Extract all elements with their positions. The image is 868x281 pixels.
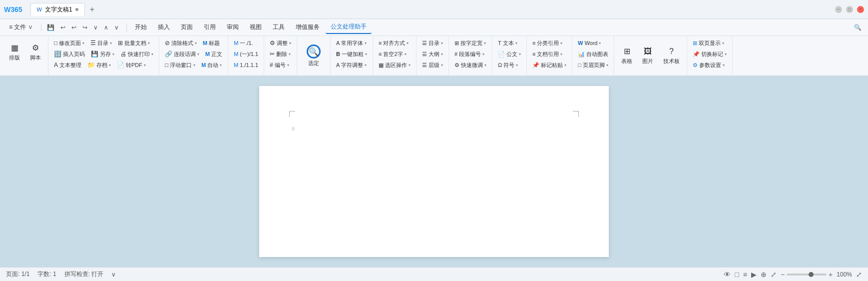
ribbon-btn-connect-adjust[interactable]: 🔗连段话调▾ — [162, 49, 202, 59]
spell-dropdown-icon[interactable]: ∨ — [111, 271, 116, 278]
ribbon-btn-to-pdf[interactable]: 📄转PDF▾ — [114, 60, 148, 70]
ribbon-btn-char-width[interactable]: ⊞按字定宽▾ — [452, 38, 488, 48]
undo2-quick-btn[interactable]: ↩ — [69, 22, 79, 32]
ribbon-btn-layout[interactable]: ▦ 排版 — [5, 38, 24, 66]
tab-reference[interactable]: 引用 — [199, 21, 221, 34]
ribbon-btn-auto[interactable]: M自动▾ — [199, 60, 224, 70]
list-view-icon[interactable]: ≡ — [743, 270, 747, 278]
ribbon-btn-body-text[interactable]: M正文 — [203, 49, 225, 59]
minimize-button[interactable]: − — [835, 6, 842, 13]
ribbon-btn-header-footer[interactable]: □页眉页脚▾ — [575, 60, 611, 70]
add-tab-button[interactable]: + — [87, 4, 97, 15]
auto-label: 自动 — [207, 62, 218, 69]
ribbon-btn-heading[interactable]: M标题 — [200, 38, 222, 48]
ribbon-btn-selection-ops[interactable]: ▦选区操作▾ — [376, 60, 413, 70]
save-quick-btn[interactable]: 💾 — [44, 22, 57, 32]
tab-view[interactable]: 视图 — [245, 21, 267, 34]
ribbon-btn-select[interactable]: 🔍 选定 — [301, 42, 326, 69]
ribbon-btn-char-adjust[interactable]: A字符调整▾ — [334, 60, 369, 70]
fullscreen-icon[interactable]: ⤢ — [771, 270, 777, 278]
ribbon-group-display: ⊞双页显示▾ 📌切换标记▾ ⚙参数设置▾ — [687, 36, 733, 76]
page-view-icon[interactable]: □ — [735, 270, 739, 278]
page-count: 页面: 1/1 — [6, 270, 29, 278]
tab-value-service[interactable]: 增值服务 — [291, 21, 325, 34]
more-quick-btn[interactable]: ∨ — [91, 22, 100, 32]
ribbon-btn-image[interactable]: 🖼 图片 — [638, 42, 657, 70]
ribbon-btn-tech-board[interactable]: ? 技术板 — [659, 42, 684, 70]
ribbon-btn-numbering-edit[interactable]: #编号▾ — [267, 60, 292, 70]
ribbon-btn-float-window[interactable]: □浮动窗口▾ — [162, 60, 198, 70]
ribbon-btn-text[interactable]: T文本▾ — [495, 38, 520, 48]
ribbon-btn-category-ref[interactable]: ≡分类引用▾ — [530, 38, 565, 48]
ribbon-btn-toc2[interactable]: ☰目录▾ — [420, 38, 445, 48]
align-row1: ≡对齐方式▾ — [376, 38, 413, 48]
chevron-up-quick-btn[interactable]: ∧ — [101, 22, 111, 32]
ribbon-group-table-img: ⊞ 表格 🖼 图片 ? 技术板 — [614, 36, 687, 76]
tab-start[interactable]: 开始 — [130, 21, 152, 34]
ribbon-btn-word[interactable]: WWord▾ — [575, 38, 603, 48]
ribbon-btn-mark-paste[interactable]: 📌标记粘贴▾ — [530, 60, 569, 70]
ribbon-btn-switch-mark[interactable]: 📌切换标记▾ — [690, 49, 729, 59]
ribbon-btn-symbol[interactable]: Ω符号▾ — [495, 60, 520, 70]
ribbon-btn-doc-ref[interactable]: ≡文档引用▾ — [530, 49, 565, 59]
undo-quick-btn[interactable]: ↩ — [58, 22, 68, 32]
expand-icon[interactable]: ⤢ — [856, 270, 862, 278]
chevron-down-quick-btn[interactable]: ∨ — [112, 22, 121, 32]
ribbon-btn-common-font[interactable]: A常用字体▾ — [334, 38, 369, 48]
ribbon-btn-num3[interactable]: M1./1.1.1 — [231, 60, 261, 70]
web-icon[interactable]: ⊕ — [761, 270, 767, 278]
ribbon-btn-delete[interactable]: ✂删除▾ — [267, 49, 293, 59]
ribbon-btn-para-num[interactable]: #段落编号▾ — [452, 49, 487, 59]
ribbon-btn-quick-fine-tune[interactable]: ⚙快速微调▾ — [452, 60, 489, 70]
char-width-label: 按字定宽 — [460, 40, 482, 47]
dropdown-arrow3: ▾ — [148, 41, 150, 46]
select-label: 选定 — [308, 60, 319, 67]
close-button[interactable]: × — [857, 6, 864, 13]
ribbon-btn-num1[interactable]: M一./1. — [231, 38, 255, 48]
spell-check[interactable]: 拼写检查: 打开 — [64, 270, 104, 278]
redo-quick-btn[interactable]: ↪ — [80, 22, 90, 32]
ribbon-btn-params[interactable]: ⚙参数设置▾ — [690, 60, 727, 70]
eye-icon[interactable]: 👁 — [724, 270, 731, 278]
ribbon-btn-text-organize[interactable]: A文本整理 — [51, 60, 84, 70]
tab-insert[interactable]: 插入 — [153, 21, 175, 34]
play-icon[interactable]: ▶ — [751, 270, 757, 278]
ribbon-btn-modify-page[interactable]: □修改页面▾ — [51, 38, 87, 48]
ribbon-btn-clear-format[interactable]: ⊘清除格式▾ — [162, 38, 199, 48]
ribbon-btn-batch-doc[interactable]: ⊞批量文档▾ — [115, 38, 152, 48]
archive-label: 存档 — [96, 62, 107, 69]
search-menu-btn[interactable]: 🔍 — [852, 22, 864, 32]
restore-button[interactable]: □ — [846, 6, 853, 13]
ribbon-btn-official-doc[interactable]: 📄公文▾ — [495, 49, 523, 59]
tab-tools[interactable]: 工具 — [268, 21, 290, 34]
tab-review[interactable]: 审阅 — [222, 21, 244, 34]
ribbon-btn-script[interactable]: ⚙ 脚本 — [26, 38, 45, 66]
ribbon-btn-level[interactable]: ☰层级▾ — [420, 60, 445, 70]
tab-page[interactable]: 页面 — [176, 21, 198, 34]
zoom-slider[interactable] — [787, 274, 827, 276]
ribbon-btn-indent2[interactable]: ≡首空2字▾ — [376, 49, 409, 59]
document-page[interactable]: ⁞⁞ — [259, 86, 609, 257]
ribbon-btn-num2[interactable]: M(一)/1.1 — [231, 49, 261, 59]
zoom-plus-btn[interactable]: + — [829, 270, 833, 278]
ribbon-btn-double-page[interactable]: ⊞双页显示▾ — [690, 38, 727, 48]
ribbon-btn-save-as[interactable]: 💾另存▾ — [88, 49, 117, 59]
ribbon-btn-auto-chart[interactable]: 📊自动图表 — [575, 49, 611, 59]
ribbon-btn-outline[interactable]: ☰大纲▾ — [420, 49, 445, 59]
doc-tab[interactable]: W 文字文稿1 — [30, 3, 85, 16]
ribbon-btn-bold[interactable]: B一键加粗▾ — [334, 49, 370, 59]
ribbon-btn-quick-print[interactable]: 🖨快速打印▾ — [118, 49, 156, 59]
ribbon-btn-table[interactable]: ⊞ 表格 — [617, 42, 636, 70]
ribbon-btn-adjust[interactable]: ⚙调整▾ — [267, 38, 294, 48]
tab-official-doc[interactable]: 公文处理助手 — [326, 20, 372, 34]
zoom-minus-btn[interactable]: − — [781, 270, 785, 278]
ribbon-btn-align-mode[interactable]: ≡对齐方式▾ — [376, 38, 411, 48]
dropdown-arrow15: ▾ — [365, 41, 367, 46]
dropdown-arrow4: ▾ — [112, 52, 114, 56]
para-num-icon: # — [454, 51, 457, 57]
ribbon-btn-insert-page-num[interactable]: 🔢插入页码 — [51, 49, 87, 59]
ribbon-btn-archive[interactable]: 📁存档▾ — [85, 60, 113, 70]
ribbon-btn-toc[interactable]: ☰目录▾ — [88, 38, 114, 48]
file-menu[interactable]: ≡ 文件 ∨ — [4, 21, 38, 34]
toc-label: 目录 — [97, 40, 108, 47]
